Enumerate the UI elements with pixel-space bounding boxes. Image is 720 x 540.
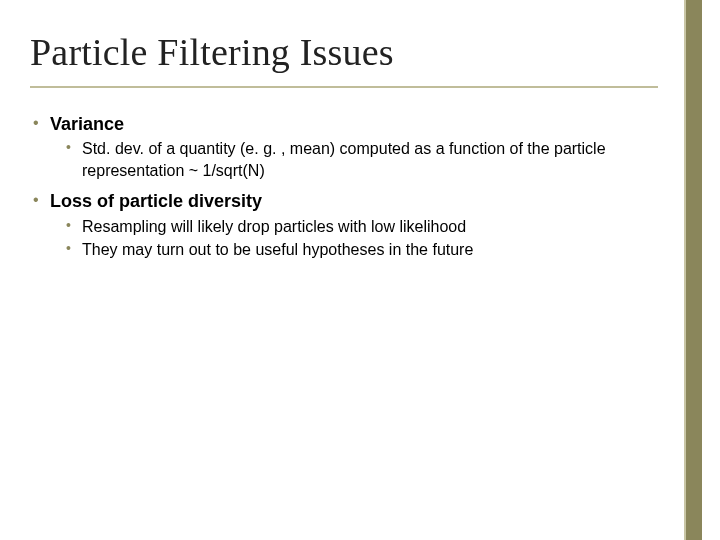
decorative-stripe-inner bbox=[684, 0, 686, 540]
slide-content: Variance Std. dev. of a quantity (e. g. … bbox=[30, 112, 658, 269]
slide-title: Particle Filtering Issues bbox=[30, 30, 394, 80]
section-heading: Loss of particle diversity bbox=[50, 191, 262, 211]
bullet-point: Std. dev. of a quantity (e. g. , mean) c… bbox=[64, 138, 658, 181]
section-item: Variance Std. dev. of a quantity (e. g. … bbox=[30, 112, 658, 181]
slide: Particle Filtering Issues Variance Std. … bbox=[0, 0, 720, 540]
bullet-point: Resampling will likely drop particles wi… bbox=[64, 216, 658, 238]
title-underline bbox=[30, 86, 658, 88]
decorative-stripe bbox=[686, 0, 702, 540]
bullet-point: They may turn out to be useful hypothese… bbox=[64, 239, 658, 261]
section-heading: Variance bbox=[50, 114, 124, 134]
section-item: Loss of particle diversity Resampling wi… bbox=[30, 189, 658, 260]
